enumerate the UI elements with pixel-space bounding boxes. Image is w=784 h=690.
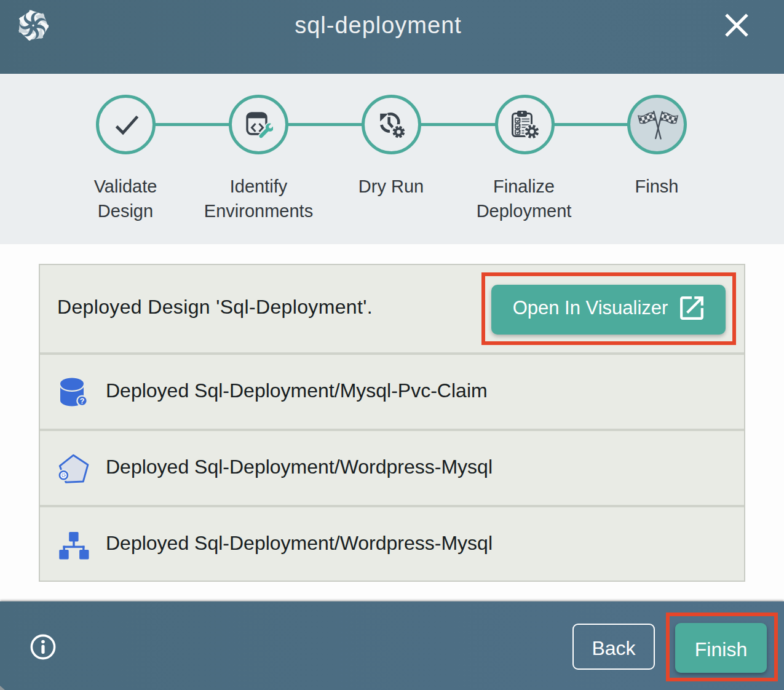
svg-text:?: ? xyxy=(80,397,85,405)
